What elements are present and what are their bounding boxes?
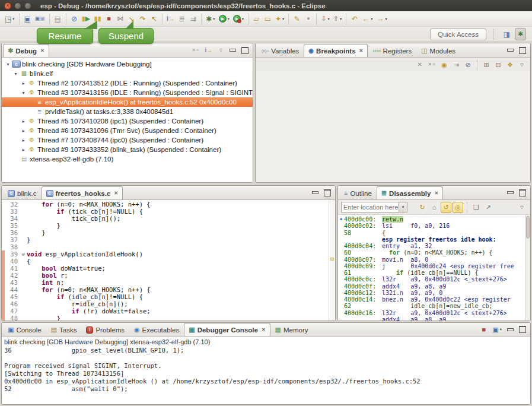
tree-item[interactable]: ▸⚙Thread #6 1073431096 (Tmr Svc) (Suspen… xyxy=(2,126,253,135)
instruction-stepping-mode-button[interactable]: i→ xyxy=(203,45,214,56)
minimize-view-button[interactable] xyxy=(310,188,320,198)
print-button[interactable]: ▤ xyxy=(52,12,63,25)
new-wizard-button[interactable]: ◳▾ xyxy=(3,12,17,25)
view-menu-button[interactable]: ▽ xyxy=(216,45,226,56)
open-type-button[interactable]: ▱ xyxy=(251,12,262,25)
tree-item[interactable]: ▸⚙Thread #7 1073408744 (ipc0) (Suspended… xyxy=(2,135,253,145)
group-breakpoints-button[interactable]: ❖ xyxy=(505,59,515,71)
stack-frame-selected[interactable]: ≡esp_vApplicationIdleHook() at freertos_… xyxy=(2,97,253,107)
tab-tasks[interactable]: ▤Tasks xyxy=(46,323,82,336)
breakpoints-content[interactable] xyxy=(256,72,530,182)
scrollbar-thumb[interactable] xyxy=(526,216,530,239)
use-step-filters-button[interactable]: ≣ xyxy=(176,12,187,25)
save-button[interactable]: ▣ xyxy=(22,12,33,25)
tree-expander-icon[interactable]: ▸ xyxy=(20,138,27,143)
back-to-last-edit-button[interactable]: ↶ xyxy=(349,12,360,25)
close-tab-icon[interactable]: ✕ xyxy=(262,327,266,332)
dropdown-arrow-icon[interactable]: ▾ xyxy=(340,17,342,21)
run-button[interactable]: ▶▾ xyxy=(217,12,231,25)
go-to-file-button[interactable]: ⇥ xyxy=(451,59,461,71)
dropdown-arrow-icon[interactable]: ▾ xyxy=(282,17,284,21)
tab-breakpoints[interactable]: ◉Breakpoints✕ xyxy=(304,44,368,57)
skip-all-breakpoints-button[interactable]: ⊘ xyxy=(463,59,473,71)
mark-occurrences-button[interactable]: ✎ xyxy=(291,12,302,25)
disassembly-content[interactable]: ◆400d0c00:retw.n400d0c02:lsi f0, a0, 216… xyxy=(338,215,525,321)
expand-all-button[interactable]: ⊞ xyxy=(481,59,492,71)
last-edit-location-button[interactable]: ● xyxy=(302,12,314,25)
tree-item[interactable]: ▾cblink checking [GDB Hardware Debugging… xyxy=(2,59,253,69)
overview-ruler[interactable] xyxy=(329,200,335,321)
tab-registers[interactable]: 1010Registers xyxy=(368,44,416,57)
tree-item[interactable]: ▸⚙Thread #9 1073433352 (blink_task) (Sus… xyxy=(2,145,253,154)
terminate-button[interactable]: ■ xyxy=(103,12,114,25)
minimize-view-button[interactable] xyxy=(505,188,515,198)
tree-item[interactable]: ≡prvIdleTask() at tasks.c:3,338 0x400845… xyxy=(2,107,253,116)
maximize-view-button[interactable] xyxy=(517,45,528,56)
tree-expander-icon[interactable]: ▸ xyxy=(20,119,27,124)
tab-disassembly[interactable]: ≣Disassembly✕ xyxy=(377,186,443,199)
tab-blink-c[interactable]: cblink.c xyxy=(3,186,42,199)
tab-problems[interactable]: !Problems xyxy=(81,323,129,336)
window-minimize-button[interactable] xyxy=(14,2,21,9)
close-tab-icon[interactable]: ✕ xyxy=(40,48,44,53)
debug-tree[interactable]: ▾cblink checking [GDB Hardware Debugging… xyxy=(2,58,253,182)
sync-with-active-context-button[interactable]: ↺ xyxy=(441,202,451,213)
tree-item[interactable]: ▸⚙Thread #2 1073413512 (IDLE : Running) … xyxy=(2,78,253,88)
location-dropdown-icon[interactable]: ▾ xyxy=(399,202,407,212)
show-breakpoints-for-selection-button[interactable]: ◉ xyxy=(439,59,450,71)
disassembly-scrollbar[interactable] xyxy=(525,215,530,321)
tab-outline[interactable]: ≡Outline xyxy=(339,186,377,199)
terminate-button[interactable]: ■ xyxy=(479,324,489,335)
track-expression-button[interactable]: ◎ xyxy=(453,202,463,213)
maximize-view-button[interactable] xyxy=(240,45,250,56)
tab-debugger-console[interactable]: ▣Debugger Console✕ xyxy=(184,323,270,336)
instruction-stepping-button[interactable]: i→ xyxy=(165,12,176,25)
dropdown-arrow-icon[interactable]: ▾ xyxy=(228,17,230,21)
tab-memory[interactable]: ▦Memory xyxy=(270,323,313,336)
dropdown-arrow-icon[interactable]: ▾ xyxy=(500,327,502,332)
dropdown-arrow-icon[interactable]: ▾ xyxy=(242,17,244,21)
tree-item[interactable]: ▸⚙Thread #5 1073410208 (ipc1) (Suspended… xyxy=(2,116,253,126)
external-tools-button[interactable]: ▶▾ xyxy=(231,12,246,25)
pin-view-button[interactable]: ↗ xyxy=(483,202,493,213)
minimize-view-button[interactable] xyxy=(505,324,515,335)
close-tab-icon[interactable]: ✕ xyxy=(359,48,364,53)
debug-perspective-button[interactable]: ✱ xyxy=(515,28,526,40)
open-new-view-button[interactable]: ❏ xyxy=(471,202,482,213)
tab-modules[interactable]: ◫Modules xyxy=(416,44,460,57)
forward-button[interactable]: →▾ xyxy=(375,12,389,25)
tree-expander-icon[interactable]: ▸ xyxy=(20,128,27,134)
tree-item[interactable]: ▾▦blink.elf xyxy=(2,69,253,78)
view-menu-button[interactable]: ▽ xyxy=(517,202,527,213)
code-editor[interactable]: 32 for (n=0; n<MAX_HOOKS; n++) {33 if (t… xyxy=(2,200,329,321)
maximize-view-button[interactable] xyxy=(517,188,528,198)
minimize-view-button[interactable] xyxy=(505,45,515,56)
save-all-button[interactable]: ▣▣ xyxy=(33,12,47,25)
open-resource-button[interactable]: ▭ xyxy=(262,12,273,25)
search-button[interactable]: ✦▾ xyxy=(273,12,286,25)
window-close-button[interactable]: × xyxy=(4,2,11,9)
dropdown-arrow-icon[interactable]: ▾ xyxy=(213,17,215,21)
step-return-button[interactable]: ↖ xyxy=(148,12,160,25)
display-selected-console-button[interactable]: ▣▾ xyxy=(490,324,504,335)
tree-expander-icon[interactable]: ▾ xyxy=(4,62,12,67)
tree-expander-icon[interactable]: ▾ xyxy=(20,90,27,96)
quick-access-box[interactable]: Quick Access xyxy=(430,28,486,40)
console-output[interactable]: blink checking [GDB Hardware Debugging] … xyxy=(2,337,530,404)
collapse-all-button[interactable]: ⊟ xyxy=(493,59,504,71)
remove-all-terminated-button[interactable]: ✕✕ xyxy=(190,45,201,56)
close-tab-icon[interactable]: ✕ xyxy=(434,191,438,196)
previous-annotation-button[interactable]: ⇧▾ xyxy=(332,12,343,25)
refresh-view-button[interactable]: ↻ xyxy=(417,202,428,213)
tab-executables[interactable]: ◉Executables xyxy=(129,323,184,336)
dropdown-arrow-icon[interactable]: ▾ xyxy=(328,17,330,21)
tab-debug[interactable]: ✱Debug✕ xyxy=(3,44,49,57)
remove-all-breakpoints-button[interactable]: ✕✕ xyxy=(426,59,438,71)
remove-breakpoint-button[interactable]: ✕ xyxy=(415,59,425,71)
fold-marker-icon[interactable]: ⊖ xyxy=(20,250,27,258)
dropdown-arrow-icon[interactable]: ▾ xyxy=(371,17,372,21)
dropdown-arrow-icon[interactable]: ▾ xyxy=(12,17,14,21)
dropdown-arrow-icon[interactable]: ▾ xyxy=(386,17,387,21)
maximize-view-button[interactable] xyxy=(322,188,333,198)
open-perspective-button[interactable]: ◨ xyxy=(501,28,512,40)
